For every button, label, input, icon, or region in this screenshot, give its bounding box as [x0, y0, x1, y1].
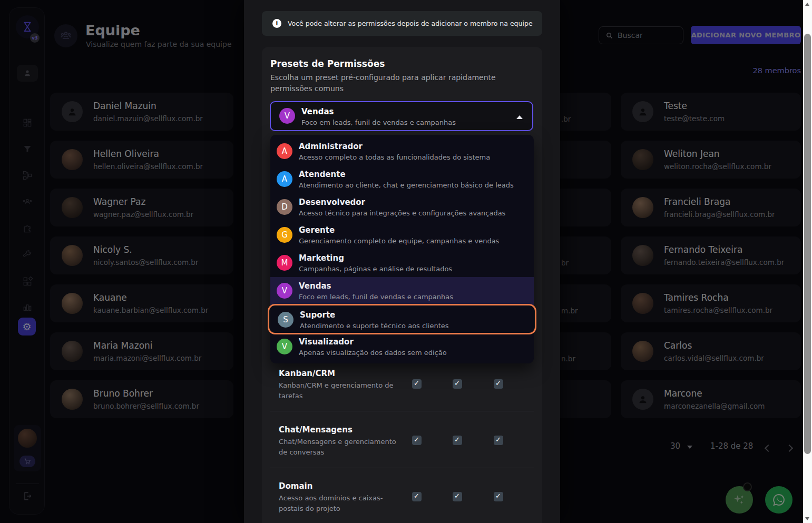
permission-checkbox-checked[interactable] — [494, 379, 503, 389]
permission-row-title: Chat/Mensagens — [279, 425, 353, 435]
scrollbar-up-arrow[interactable] — [805, 3, 809, 6]
preset-initial-badge: D — [277, 199, 292, 215]
preset-option-description: Atendimento ao cliente, chat e gerenciam… — [299, 181, 514, 189]
preset-option-description: Atendimento e suporte técnico aos client… — [300, 322, 449, 330]
preset-option-desenvolvedor[interactable]: D Desenvolvedor Acesso técnico para inte… — [270, 193, 534, 221]
preset-initial-badge: G — [277, 227, 292, 243]
permission-checkbox-checked[interactable] — [412, 492, 422, 501]
permission-row-description: Kanban/CRM e gerenciamento de tarefas — [279, 380, 405, 401]
info-banner-text: Você pode alterar as permissões depois d… — [288, 19, 533, 27]
preset-option-marketing[interactable]: M Marketing Campanhas, páginas e análise… — [270, 249, 534, 277]
info-banner: i Você pode alterar as permissões depois… — [262, 11, 542, 36]
permission-checkbox-checked[interactable] — [412, 436, 422, 445]
preset-option-description: Campanhas, páginas e análise de resultad… — [299, 265, 452, 273]
preset-option-label: Marketing — [299, 253, 344, 263]
permission-checkbox-checked[interactable] — [494, 436, 503, 445]
permission-presets-card: Presets de Permissões Escolha um preset … — [262, 47, 542, 523]
preset-initial-badge: A — [277, 171, 292, 187]
permission-checkbox-checked[interactable] — [494, 492, 503, 501]
divider — [270, 411, 534, 411]
preset-option-label: Vendas — [299, 281, 331, 291]
info-icon: i — [272, 19, 281, 28]
preset-option-description: Gerenciamento completo de equipe, campan… — [299, 237, 499, 245]
scrollbar-down-arrow[interactable] — [805, 517, 809, 520]
preset-initial-badge: V — [277, 283, 292, 299]
preset-initial-badge: A — [277, 143, 292, 159]
selected-preset-label: Vendas — [301, 107, 334, 116]
preset-option-label: Gerente — [299, 225, 335, 235]
preset-option-label: Atendente — [299, 170, 346, 179]
add-member-modal: i Você pode alterar as permissões depois… — [244, 0, 560, 523]
permission-checkbox-checked[interactable] — [412, 379, 422, 389]
preset-option-vendas-selected[interactable]: V Vendas Foco em leads, funil de vendas … — [270, 277, 534, 305]
preset-option-label: Desenvolvedor — [299, 198, 365, 207]
permission-row-description: Chat/Mensagens e gerenciamento de conver… — [279, 437, 405, 458]
preset-option-label: Visualizador — [299, 337, 354, 347]
permission-checkbox-checked[interactable] — [453, 436, 462, 445]
preset-option-label: Suporte — [300, 310, 335, 320]
preset-dropdown: A Administrador Acesso completo a todas … — [270, 135, 534, 363]
permission-row-title: Domain — [279, 481, 312, 491]
preset-option-label: Administrador — [299, 142, 363, 151]
chevron-up-icon — [516, 115, 523, 119]
permission-row-title: Kanban/CRM — [279, 369, 335, 378]
preset-option-description: Acesso completo a todas as funcionalidad… — [299, 153, 490, 161]
selected-preset-description: Foco em leads, funil de vendas e campanh… — [301, 119, 456, 126]
preset-initial-badge: M — [277, 255, 292, 271]
preset-option-description: Acesso técnico para integrações e config… — [299, 209, 505, 217]
preset-option-atendente[interactable]: A Atendente Atendimento ao cliente, chat… — [270, 165, 534, 193]
preset-option-gerente[interactable]: G Gerente Gerenciamento completo de equi… — [270, 221, 534, 249]
preset-option-description: Foco em leads, funil de vendas e campanh… — [299, 293, 453, 301]
app-root: v3 ⚙ — [0, 0, 812, 523]
preset-option-administrador[interactable]: A Administrador Acesso completo a todas … — [270, 137, 534, 165]
permission-checkbox-checked[interactable] — [453, 379, 462, 389]
preset-select-trigger[interactable]: V Vendas Foco em leads, funil de vendas … — [270, 101, 533, 131]
preset-initial-badge: S — [278, 312, 294, 328]
divider — [270, 468, 534, 468]
preset-initial-badge: V — [279, 108, 295, 124]
preset-option-visualizador[interactable]: V Visualizador Apenas visualização dos d… — [270, 333, 534, 361]
permission-checkbox-checked[interactable] — [453, 492, 462, 501]
presets-subtitle: Escolha um preset pré-configurado para a… — [270, 72, 502, 94]
presets-title: Presets de Permissões — [270, 58, 385, 69]
preset-option-suporte-highlighted[interactable]: S Suporte Atendimento e suporte técnico … — [268, 304, 536, 334]
scrollbar — [803, 0, 812, 523]
preset-option-description: Apenas visualização dos dados sem edição — [299, 349, 447, 357]
scrollbar-thumb[interactable] — [804, 34, 811, 454]
permission-row-description: Acesso aos domínios e caixas-postais do … — [279, 493, 405, 514]
preset-initial-badge: V — [277, 339, 292, 354]
